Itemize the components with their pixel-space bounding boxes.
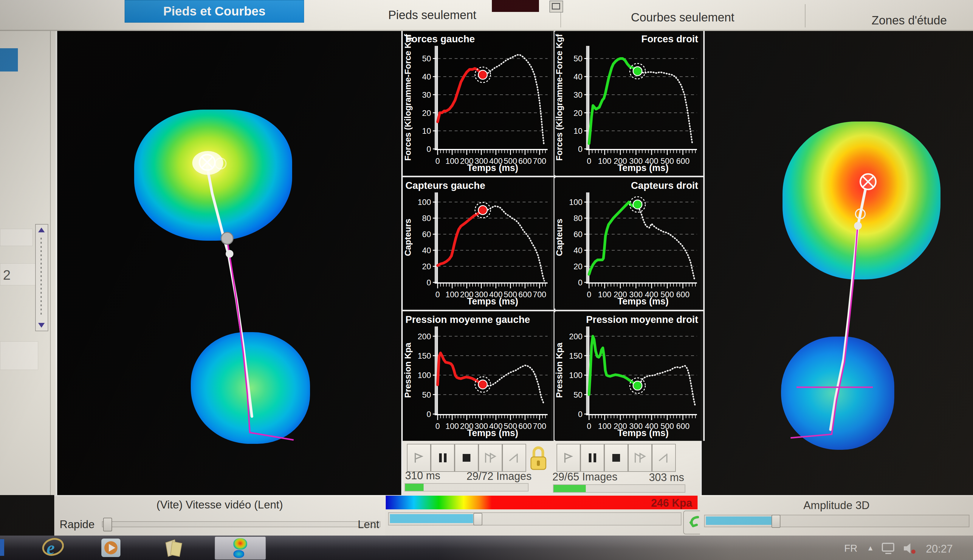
- pressure-color-scale: 246 Kpa: [386, 496, 697, 509]
- tab-zones-detude[interactable]: Zones d'étude: [853, 12, 966, 28]
- svg-text:Capteurs: Capteurs: [403, 218, 413, 256]
- scale-slider[interactable]: [388, 512, 682, 525]
- sidebar-divider: [55, 30, 57, 495]
- left-fast-forward-button[interactable]: [478, 444, 502, 472]
- svg-text:100: 100: [598, 157, 612, 166]
- left-play-button[interactable]: [407, 444, 431, 472]
- svg-text:20: 20: [573, 262, 582, 271]
- tab-pieds-et-courbes[interactable]: Pieds et Courbes: [125, 0, 304, 23]
- tab-courbes-seulement-label: Courbes seulement: [631, 11, 734, 24]
- right-play-button[interactable]: [557, 444, 580, 472]
- chart-pression-droit: Pression moyenne droitPression Kpa050100…: [555, 312, 700, 440]
- left-seek-fill: [405, 484, 424, 491]
- svg-text:700: 700: [533, 422, 547, 431]
- tab-bar: Pieds et Courbes Pieds seulement Courbes…: [0, 0, 973, 31]
- tray-expand-icon[interactable]: ▲: [867, 544, 874, 552]
- scale-slider-fill: [390, 514, 473, 523]
- chart-svg: Forces droitForces (Kilogramme-Force Kgf…: [555, 32, 700, 175]
- fast-forward-icon: [486, 454, 495, 463]
- svg-text:50: 50: [573, 390, 582, 400]
- right-stop-button[interactable]: [604, 444, 628, 472]
- left-skip-end-button[interactable]: [502, 444, 526, 472]
- chart-forces-droit: Forces droitForces (Kilogramme-Force Kgf…: [555, 32, 700, 175]
- volume-tray-icon[interactable]: [903, 542, 917, 556]
- left-pause-button[interactable]: [431, 444, 455, 472]
- svg-text:40: 40: [422, 246, 431, 255]
- svg-text:0: 0: [426, 145, 431, 154]
- sidebar-vertical-slider[interactable]: [35, 224, 48, 331]
- svg-text:0: 0: [426, 410, 431, 419]
- scale-slider-thumb[interactable]: [473, 513, 482, 525]
- svg-text:e: e: [47, 538, 55, 558]
- sidebar-field[interactable]: [0, 342, 38, 370]
- right-seek-bar[interactable]: [553, 484, 685, 493]
- svg-text:200: 200: [569, 332, 582, 341]
- display-tray-icon[interactable]: [881, 542, 896, 556]
- play-icon: [415, 454, 422, 463]
- skip-end-icon: [659, 454, 667, 463]
- speed-slider[interactable]: [102, 521, 380, 527]
- sidebar-selected-row[interactable]: [0, 48, 18, 72]
- svg-text:Forces (Kilogramme-Force Kgf: Forces (Kilogramme-Force Kgf: [555, 34, 564, 161]
- tab-zones-detude-label: Zones d'étude: [872, 14, 947, 27]
- active-app-taskbar-button[interactable]: [215, 537, 266, 560]
- clock: 20:27: [926, 543, 953, 555]
- left-seek-bar[interactable]: [405, 483, 528, 492]
- svg-text:10: 10: [422, 127, 431, 135]
- svg-text:Capteurs: Capteurs: [555, 218, 564, 256]
- right-seek-fill: [553, 485, 586, 492]
- svg-text:Pression moyenne droit: Pression moyenne droit: [586, 314, 698, 325]
- right-skip-end-button[interactable]: [652, 444, 676, 472]
- amplitude-slider-thumb[interactable]: [771, 515, 781, 528]
- lock-icon[interactable]: [528, 445, 549, 472]
- tab-pieds-seulement-label: Pieds seulement: [388, 8, 476, 22]
- chart-svg: Pression moyenne gauchePression Kpa05010…: [403, 312, 551, 440]
- left-stop-button[interactable]: [455, 444, 478, 472]
- svg-text:20: 20: [422, 262, 431, 271]
- svg-text:50: 50: [573, 54, 582, 63]
- svg-text:10: 10: [573, 127, 582, 135]
- right-fast-forward-button[interactable]: [628, 444, 652, 472]
- svg-text:20: 20: [422, 109, 431, 118]
- svg-text:0: 0: [578, 410, 582, 419]
- amplitude-3d-title: Amplitude 3D: [700, 499, 973, 512]
- media-player-icon[interactable]: [101, 538, 120, 557]
- tab-courbes-seulement[interactable]: Courbes seulement: [584, 9, 781, 26]
- svg-text:Pression moyenne gauche: Pression moyenne gauche: [405, 314, 530, 325]
- tab-separator: [805, 4, 806, 27]
- svg-text:50: 50: [422, 390, 431, 400]
- svg-text:100: 100: [569, 371, 582, 380]
- video-speed-panel: (Vite) Vitesse vidéo (Lent) Rapide Lent: [54, 495, 385, 537]
- svg-text:0: 0: [435, 157, 440, 166]
- svg-text:Temps (ms): Temps (ms): [467, 428, 518, 438]
- svg-text:80: 80: [573, 214, 582, 223]
- windows-taskbar: e FR ▲ 20:27: [0, 535, 973, 560]
- svg-text:0: 0: [587, 290, 591, 299]
- language-indicator[interactable]: FR: [844, 543, 857, 554]
- charts-row-divider: [403, 176, 703, 177]
- svg-text:100: 100: [445, 290, 459, 299]
- amplitude-slider[interactable]: [704, 515, 970, 527]
- slider-up-arrow-icon[interactable]: [38, 228, 45, 232]
- restore-window-button[interactable]: [549, 1, 563, 13]
- svg-text:0: 0: [578, 278, 582, 287]
- right-pause-button[interactable]: [580, 444, 604, 472]
- sticky-notes-icon[interactable]: [163, 539, 184, 559]
- pressure-max-label: 246 Kpa: [651, 497, 692, 509]
- svg-text:200: 200: [418, 332, 431, 341]
- fast-forward-icon: [635, 454, 645, 463]
- internet-explorer-icon[interactable]: e: [42, 537, 64, 559]
- svg-text:100: 100: [598, 290, 612, 299]
- charts-row-divider: [403, 310, 703, 311]
- chart-forces-gauche: Forces gaucheForces (Kilogramme-Force Kg…: [403, 32, 551, 175]
- speed-fast-label: Rapide: [60, 518, 95, 531]
- speed-slow-label: Lent: [358, 518, 379, 531]
- slider-down-arrow-icon[interactable]: [38, 323, 45, 328]
- svg-text:30: 30: [422, 90, 431, 100]
- left-foot-forefoot-heatmap: [134, 110, 292, 241]
- svg-text:100: 100: [418, 371, 431, 380]
- tab-pieds-et-courbes-label: Pieds et Courbes: [163, 4, 265, 18]
- speed-slider-thumb[interactable]: [103, 518, 112, 532]
- sidebar-field-value: 2: [3, 267, 11, 283]
- sidebar-field[interactable]: [0, 229, 33, 246]
